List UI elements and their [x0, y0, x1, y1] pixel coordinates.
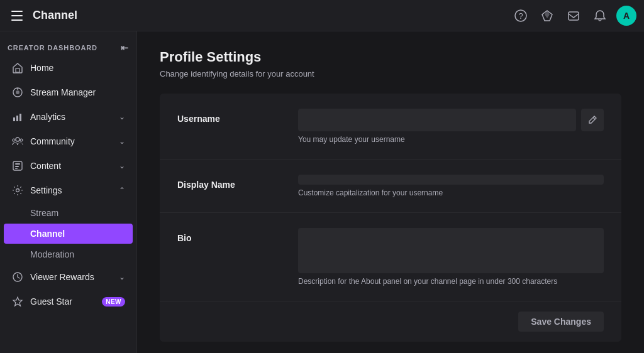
sidebar-subitem-channel-label: Channel [30, 229, 65, 239]
edit-pencil-icon [587, 115, 597, 125]
analytics-chevron-icon: ⌄ [119, 112, 125, 121]
community-chevron-icon: ⌄ [119, 137, 125, 146]
community-icon [11, 135, 24, 148]
guest-star-icon [11, 295, 24, 308]
layout: CREATOR DASHBOARD ⇤ Home Stream [0, 31, 644, 353]
svg-rect-10 [16, 116, 18, 121]
display-name-field-wrap: Customize capitalization for your userna… [298, 175, 604, 197]
sidebar-item-home-label: Home [30, 63, 125, 73]
home-icon [11, 62, 24, 74]
sidebar-item-stream-manager-label: Stream Manager [30, 87, 125, 97]
page-title: Channel [33, 9, 77, 22]
bio-textarea[interactable] [298, 228, 604, 273]
sidebar-item-analytics[interactable]: Analytics ⌄ [4, 105, 133, 129]
svg-text:?: ? [518, 11, 523, 21]
profile-settings-subtitle: Change identifying details for your acco… [160, 69, 621, 79]
sidebar-item-guest-star-label: Guest Star [30, 296, 96, 307]
sidebar-subitem-stream[interactable]: Stream [4, 203, 133, 223]
help-icon-button[interactable]: ? [511, 6, 531, 26]
username-input-row [298, 109, 604, 131]
sidebar-item-analytics-label: Analytics [30, 112, 113, 122]
sidebar-item-community-label: Community [30, 136, 113, 146]
main-content: Profile Settings Change identifying deta… [137, 31, 644, 353]
username-row: Username You may update your username [160, 94, 621, 160]
sidebar-subitem-moderation[interactable]: Moderation [4, 244, 133, 264]
svg-point-7 [16, 90, 19, 94]
sidebar-item-guest-star[interactable]: Guest Star NEW [4, 290, 133, 313]
username-label: Username [177, 109, 278, 124]
svg-rect-5 [16, 68, 19, 72]
bio-row: Bio Description for the About panel on y… [160, 213, 621, 301]
svg-marker-21 [13, 297, 22, 306]
svg-rect-11 [19, 114, 21, 121]
display-name-input[interactable] [298, 175, 604, 185]
sidebar: CREATOR DASHBOARD ⇤ Home Stream [0, 31, 137, 353]
stream-manager-icon [11, 86, 24, 99]
sidebar-item-settings-label: Settings [30, 185, 113, 195]
settings-icon [11, 184, 24, 197]
sidebar-section-label: CREATOR DASHBOARD ⇤ [0, 39, 136, 55]
sidebar-item-viewer-rewards[interactable]: Viewer Rewards ⌄ [4, 265, 133, 289]
svg-rect-16 [15, 163, 20, 165]
notifications-icon [594, 9, 606, 22]
svg-point-19 [16, 189, 19, 192]
sidebar-subitem-stream-label: Stream [30, 208, 58, 218]
bio-hint: Description for the About panel on your … [298, 277, 604, 286]
sidebar-subitem-channel[interactable]: Channel [4, 224, 133, 244]
sidebar-item-content-label: Content [30, 161, 113, 171]
profile-settings-title: Profile Settings [160, 49, 621, 65]
sidebar-collapse-icon[interactable]: ⇤ [121, 43, 129, 53]
help-icon: ? [514, 9, 527, 22]
svg-point-13 [13, 139, 15, 141]
username-field-wrap: You may update your username [298, 109, 604, 144]
save-changes-button[interactable]: Save Changes [518, 312, 604, 332]
settings-chevron-icon: ⌃ [119, 186, 125, 195]
topnav: Channel ? A [0, 0, 644, 31]
display-name-hint: Customize capitalization for your userna… [298, 188, 604, 197]
svg-rect-18 [15, 168, 18, 169]
sidebar-item-stream-manager[interactable]: Stream Manager [4, 80, 133, 104]
display-name-label: Display Name [177, 175, 278, 190]
gems-icon [541, 9, 553, 22]
analytics-icon [11, 111, 24, 123]
sidebar-item-content[interactable]: Content ⌄ [4, 154, 133, 178]
username-edit-button[interactable] [581, 109, 604, 131]
svg-rect-4 [569, 12, 579, 20]
viewer-rewards-chevron-icon: ⌄ [119, 273, 125, 281]
svg-rect-9 [13, 117, 15, 121]
user-avatar[interactable]: A [616, 6, 636, 26]
content-chevron-icon: ⌄ [119, 161, 125, 170]
content-icon [11, 160, 24, 172]
notifications-icon-button[interactable] [590, 6, 610, 26]
sidebar-item-community[interactable]: Community ⌄ [4, 129, 133, 153]
gems-icon-button[interactable] [537, 6, 557, 26]
username-input[interactable] [298, 109, 576, 131]
bio-field-wrap: Description for the About panel on your … [298, 228, 604, 286]
settings-footer: Save Changes [160, 301, 621, 342]
sidebar-item-home[interactable]: Home [4, 56, 133, 80]
sidebar-item-viewer-rewards-label: Viewer Rewards [30, 272, 113, 282]
settings-card: Username You may update your username [160, 94, 621, 342]
svg-point-12 [16, 138, 19, 141]
svg-line-22 [593, 117, 595, 119]
guest-star-badge: NEW [102, 297, 125, 307]
sidebar-subitem-moderation-label: Moderation [30, 249, 74, 259]
svg-rect-17 [15, 166, 19, 167]
inbox-icon [567, 9, 580, 22]
topnav-icons: ? A [511, 6, 636, 26]
menu-icon[interactable] [8, 6, 26, 25]
display-name-row: Display Name Customize capitalization fo… [160, 160, 621, 213]
username-hint: You may update your username [298, 135, 604, 144]
inbox-icon-button[interactable] [564, 6, 584, 26]
svg-point-14 [20, 139, 23, 141]
bio-label: Bio [177, 228, 278, 243]
viewer-rewards-icon [11, 271, 24, 283]
sidebar-item-settings[interactable]: Settings ⌃ [4, 178, 133, 202]
